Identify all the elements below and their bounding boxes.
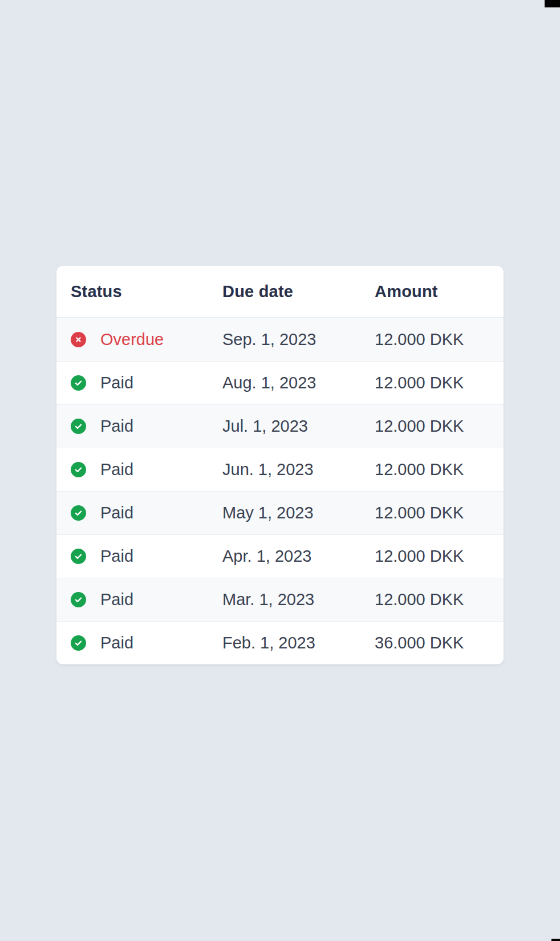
check-circle-icon (71, 635, 86, 651)
x-circle-icon (71, 332, 86, 347)
table-row: PaidMar. 1, 202312.000 DKK (56, 578, 504, 621)
check-circle-icon (71, 419, 86, 434)
due-date-cell: Apr. 1, 2023 (222, 547, 375, 566)
amount-cell: 12.000 DKK (375, 504, 504, 522)
status-label: Paid (100, 417, 133, 436)
status-cell: Paid (56, 590, 222, 609)
column-header-due-date: Due date (222, 282, 375, 301)
due-date-cell: Feb. 1, 2023 (222, 634, 375, 652)
table-row: PaidAug. 1, 202312.000 DKK (56, 361, 504, 404)
status-label: Paid (100, 460, 133, 479)
amount-cell: 12.000 DKK (375, 590, 504, 609)
check-circle-icon (71, 462, 86, 477)
status-label: Paid (100, 504, 133, 522)
amount-cell: 12.000 DKK (375, 460, 504, 479)
status-cell: Paid (56, 504, 222, 522)
table-row: PaidFeb. 1, 202336.000 DKK (56, 621, 504, 664)
check-circle-icon (71, 592, 86, 607)
status-cell: Overdue (56, 330, 222, 349)
table-body: OverdueSep. 1, 202312.000 DKKPaidAug. 1,… (56, 318, 504, 664)
status-label: Overdue (100, 330, 164, 349)
amount-cell: 12.000 DKK (375, 547, 504, 566)
amount-cell: 12.000 DKK (375, 417, 504, 436)
status-cell: Paid (56, 374, 222, 392)
check-circle-icon (71, 505, 86, 521)
amount-cell: 12.000 DKK (375, 374, 504, 392)
check-circle-icon (71, 549, 86, 564)
status-label: Paid (100, 547, 133, 566)
table-row: OverdueSep. 1, 202312.000 DKK (56, 318, 504, 361)
status-label: Paid (100, 374, 133, 392)
screenshot-artifact-bottom-right (551, 939, 560, 941)
amount-cell: 36.000 DKK (375, 634, 504, 652)
due-date-cell: Aug. 1, 2023 (222, 374, 375, 392)
status-cell: Paid (56, 634, 222, 652)
table-header-row: Status Due date Amount (56, 266, 504, 318)
screenshot-artifact-top-right (545, 0, 560, 7)
due-date-cell: Jul. 1, 2023 (222, 417, 375, 436)
due-date-cell: Sep. 1, 2023 (222, 330, 375, 349)
due-date-cell: May 1, 2023 (222, 504, 375, 522)
column-header-status: Status (56, 282, 222, 301)
due-date-cell: Jun. 1, 2023 (222, 460, 375, 479)
status-cell: Paid (56, 547, 222, 566)
status-label: Paid (100, 590, 133, 609)
amount-cell: 12.000 DKK (375, 330, 504, 349)
table-row: PaidMay 1, 202312.000 DKK (56, 491, 504, 534)
table-row: PaidJul. 1, 202312.000 DKK (56, 404, 504, 448)
status-label: Paid (100, 634, 133, 652)
column-header-amount: Amount (375, 282, 504, 301)
due-date-cell: Mar. 1, 2023 (222, 590, 375, 609)
table-row: PaidApr. 1, 202312.000 DKK (56, 534, 504, 578)
table-row: PaidJun. 1, 202312.000 DKK (56, 448, 504, 491)
check-circle-icon (71, 375, 86, 391)
status-cell: Paid (56, 417, 222, 436)
payment-schedule-card: Status Due date Amount OverdueSep. 1, 20… (56, 266, 504, 664)
status-cell: Paid (56, 460, 222, 479)
